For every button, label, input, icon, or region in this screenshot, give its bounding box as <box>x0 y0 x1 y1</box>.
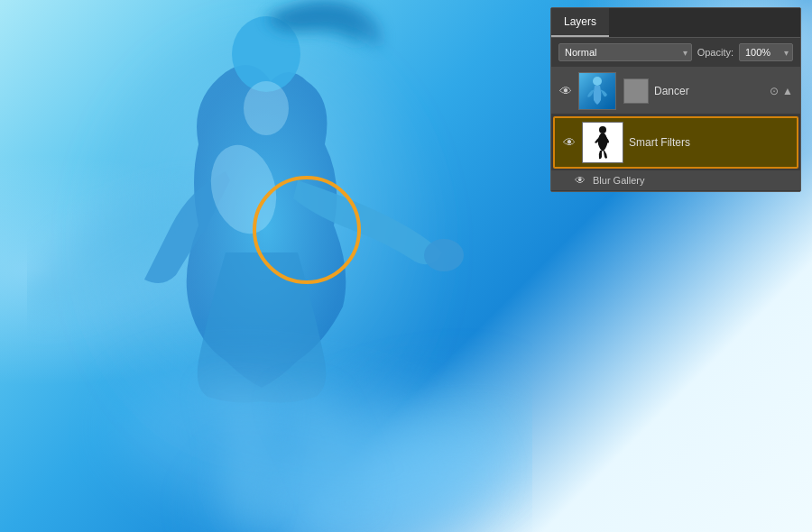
layer-row-smart-filters[interactable]: 👁 Smart Filters <box>553 116 798 169</box>
opacity-label: Opacity: <box>697 47 734 58</box>
layer-settings-icon[interactable]: ⊙ <box>770 85 779 97</box>
layer-name-smart-filters: Smart Filters <box>629 136 789 149</box>
layer-options-dancer: ⊙ ▲ <box>770 85 793 97</box>
layer-name-dancer: Dancer <box>654 85 764 97</box>
svg-point-11 <box>599 126 606 133</box>
blend-mode-select-wrap[interactable]: Normal Dissolve Multiply Screen Overlay <box>558 43 692 61</box>
blur-gallery-inner[interactable]: 👁 Blur Gallery <box>551 170 800 190</box>
svg-point-5 <box>424 239 464 271</box>
blur-gallery-name: Blur Gallery <box>593 175 793 186</box>
eye-icon-smart-filters[interactable]: 👁 <box>562 135 577 150</box>
eye-icon-dancer[interactable]: 👁 <box>558 84 573 98</box>
svg-point-8 <box>244 81 289 135</box>
blur-gallery-row: 👁 Blur Gallery <box>551 170 800 191</box>
svg-point-9 <box>593 77 602 86</box>
eye-icon-blur-gallery[interactable]: 👁 <box>573 174 587 187</box>
layer-thumb-dancer-mask <box>623 78 649 104</box>
layers-tab-bar: Layers <box>551 8 800 38</box>
layer-thumb-smart-filters <box>582 122 623 163</box>
dancer-figure <box>27 0 532 532</box>
blend-mode-select[interactable]: Normal Dissolve Multiply Screen Overlay <box>558 43 692 61</box>
dancer-thumb-svg <box>584 75 611 107</box>
layers-panel: Layers Normal Dissolve Multiply Screen O… <box>550 7 801 192</box>
opacity-select[interactable]: 100% 90% 80% 50% 0% <box>739 43 793 61</box>
opacity-select-wrap[interactable]: 100% 90% 80% 50% 0% <box>739 43 793 61</box>
layer-expand-icon[interactable]: ▲ <box>782 85 793 97</box>
tab-layers[interactable]: Layers <box>551 8 609 37</box>
layer-row-dancer[interactable]: 👁 Dancer ⊙ ▲ <box>551 68 800 115</box>
blend-opacity-row: Normal Dissolve Multiply Screen Overlay … <box>551 38 800 68</box>
smart-filter-thumb-svg <box>589 124 616 161</box>
layer-thumb-dancer <box>578 72 616 110</box>
